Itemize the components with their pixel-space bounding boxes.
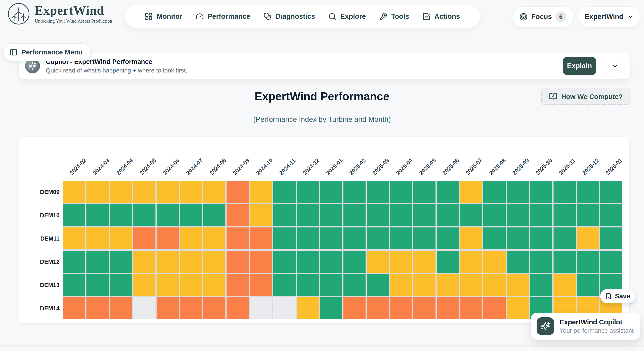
heatmap-cell-DEM14-2025-08[interactable] [483, 297, 506, 319]
heatmap-cell-DEM09-2024-03[interactable] [86, 181, 108, 203]
heatmap-cell-DEM14-2025-01[interactable] [320, 297, 342, 319]
heatmap-cell-DEM11-2024-12[interactable] [297, 227, 319, 249]
heatmap-cell-DEM12-2024-11[interactable] [273, 251, 295, 273]
heatmap-cell-DEM11-2024-10[interactable] [250, 227, 272, 249]
heatmap-cell-DEM09-2025-04[interactable] [390, 181, 412, 203]
heatmap-cell-DEM09-2025-01[interactable] [320, 181, 342, 203]
heatmap-cell-DEM13-2025-12[interactable] [577, 274, 599, 296]
heatmap-cell-DEM12-2025-08[interactable] [483, 251, 506, 273]
heatmap-cell-DEM13-2024-04[interactable] [110, 274, 132, 296]
heatmap-cell-DEM09-2025-05[interactable] [414, 181, 436, 203]
heatmap-cell-DEM10-2024-06[interactable] [156, 204, 179, 226]
heatmap-cell-DEM14-2025-07[interactable] [460, 297, 482, 319]
heatmap-cell-DEM11-2024-03[interactable] [86, 227, 108, 249]
nav-item-performance[interactable]: Performance [196, 13, 250, 21]
heatmap-cell-DEM11-2025-10[interactable] [530, 227, 552, 249]
heatmap-cell-DEM14-2024-08[interactable] [203, 297, 226, 319]
explain-button[interactable]: Explain [563, 57, 596, 75]
heatmap-cell-DEM10-2025-12[interactable] [577, 204, 599, 226]
heatmap-cell-DEM10-2024-09[interactable] [226, 204, 249, 226]
heatmap-cell-DEM12-2024-02[interactable] [63, 251, 85, 273]
heatmap-cell-DEM12-2024-12[interactable] [297, 251, 319, 273]
heatmap-cell-DEM11-2024-05[interactable] [133, 227, 155, 249]
heatmap-cell-DEM12-2025-03[interactable] [367, 251, 389, 273]
heatmap-cell-DEM14-2025-03[interactable] [367, 297, 389, 319]
heatmap-cell-DEM10-2024-02[interactable] [63, 204, 85, 226]
heatmap-cell-DEM10-2025-08[interactable] [483, 204, 506, 226]
heatmap-cell-DEM10-2026-01[interactable] [600, 204, 622, 226]
copilot-fab[interactable]: ExpertWind Copilot Your performance assi… [531, 313, 640, 340]
heatmap-cell-DEM09-2024-09[interactable] [226, 181, 249, 203]
heatmap-cell-DEM11-2025-12[interactable] [577, 227, 599, 249]
heatmap-cell-DEM13-2025-09[interactable] [507, 274, 529, 296]
heatmap-cell-DEM12-2025-10[interactable] [530, 251, 552, 273]
heatmap-cell-DEM09-2025-06[interactable] [437, 181, 459, 203]
heatmap-cell-DEM13-2025-11[interactable] [554, 274, 576, 296]
heatmap-cell-DEM13-2024-03[interactable] [86, 274, 108, 296]
heatmap-cell-DEM12-2024-05[interactable] [133, 251, 155, 273]
heatmap-cell-DEM13-2024-08[interactable] [203, 274, 226, 296]
heatmap-cell-DEM13-2024-05[interactable] [133, 274, 155, 296]
heatmap-cell-DEM11-2025-01[interactable] [320, 227, 342, 249]
heatmap-cell-DEM09-2025-08[interactable] [483, 181, 506, 203]
heatmap-cell-DEM13-2024-02[interactable] [63, 274, 85, 296]
heatmap-cell-DEM12-2025-11[interactable] [554, 251, 576, 273]
nav-item-monitor[interactable]: Monitor [145, 13, 182, 21]
heatmap-cell-DEM11-2026-01[interactable] [600, 227, 622, 249]
heatmap-cell-DEM10-2024-08[interactable] [203, 204, 226, 226]
heatmap-cell-DEM11-2025-04[interactable] [390, 227, 412, 249]
heatmap-cell-DEM10-2024-07[interactable] [180, 204, 202, 226]
heatmap-cell-DEM12-2026-01[interactable] [600, 251, 622, 273]
heatmap-cell-DEM13-2025-10[interactable] [530, 274, 552, 296]
heatmap-cell-DEM13-2025-04[interactable] [390, 274, 412, 296]
heatmap-cell-DEM10-2025-09[interactable] [507, 204, 529, 226]
heatmap-cell-DEM14-2024-07[interactable] [180, 297, 202, 319]
heatmap-cell-DEM11-2025-06[interactable] [437, 227, 459, 249]
heatmap-cell-DEM14-2024-05[interactable] [133, 297, 155, 319]
heatmap-cell-DEM09-2024-10[interactable] [250, 181, 272, 203]
heatmap-cell-DEM10-2024-03[interactable] [86, 204, 108, 226]
heatmap-cell-DEM09-2024-02[interactable] [63, 181, 85, 203]
heatmap-cell-DEM11-2025-09[interactable] [507, 227, 529, 249]
heatmap-cell-DEM13-2024-06[interactable] [156, 274, 179, 296]
heatmap-cell-DEM11-2024-11[interactable] [273, 227, 295, 249]
heatmap-cell-DEM09-2025-07[interactable] [460, 181, 482, 203]
heatmap-cell-DEM14-2024-02[interactable] [63, 297, 85, 319]
heatmap-cell-DEM10-2025-11[interactable] [554, 204, 576, 226]
heatmap-cell-DEM11-2024-07[interactable] [180, 227, 202, 249]
heatmap-cell-DEM09-2024-12[interactable] [297, 181, 319, 203]
heatmap-cell-DEM11-2025-07[interactable] [460, 227, 482, 249]
heatmap-cell-DEM14-2024-04[interactable] [110, 297, 132, 319]
heatmap-cell-DEM11-2025-03[interactable] [367, 227, 389, 249]
heatmap-cell-DEM11-2025-05[interactable] [414, 227, 436, 249]
heatmap-cell-DEM12-2025-12[interactable] [577, 251, 599, 273]
heatmap-cell-DEM12-2025-09[interactable] [507, 251, 529, 273]
heatmap-cell-DEM14-2025-06[interactable] [437, 297, 459, 319]
heatmap-cell-DEM09-2025-02[interactable] [344, 181, 366, 203]
heatmap-cell-DEM09-2025-11[interactable] [554, 181, 576, 203]
heatmap-cell-DEM09-2024-08[interactable] [203, 181, 226, 203]
heatmap-cell-DEM10-2024-04[interactable] [110, 204, 132, 226]
heatmap-cell-DEM09-2025-03[interactable] [367, 181, 389, 203]
heatmap-cell-DEM12-2025-06[interactable] [437, 251, 459, 273]
heatmap-cell-DEM09-2025-09[interactable] [507, 181, 529, 203]
heatmap-cell-DEM11-2025-08[interactable] [483, 227, 506, 249]
heatmap-cell-DEM14-2024-12[interactable] [297, 297, 319, 319]
heatmap-cell-DEM11-2024-09[interactable] [226, 227, 249, 249]
heatmap-cell-DEM14-2025-04[interactable] [390, 297, 412, 319]
heatmap-cell-DEM10-2025-02[interactable] [344, 204, 366, 226]
heatmap-cell-DEM10-2025-06[interactable] [437, 204, 459, 226]
heatmap-cell-DEM11-2025-11[interactable] [554, 227, 576, 249]
nav-item-diagnostics[interactable]: Diagnostics [264, 13, 315, 21]
heatmap-cell-DEM13-2025-03[interactable] [367, 274, 389, 296]
heatmap-cell-DEM12-2025-07[interactable] [460, 251, 482, 273]
nav-item-actions[interactable]: Actions [422, 13, 460, 21]
heatmap-cell-DEM12-2024-08[interactable] [203, 251, 226, 273]
nav-item-tools[interactable]: Tools [379, 13, 409, 21]
heatmap-cell-DEM12-2025-01[interactable] [320, 251, 342, 273]
heatmap-cell-DEM11-2024-08[interactable] [203, 227, 226, 249]
heatmap-cell-DEM12-2025-02[interactable] [344, 251, 366, 273]
heatmap-cell-DEM10-2025-03[interactable] [367, 204, 389, 226]
heatmap-cell-DEM12-2024-10[interactable] [250, 251, 272, 273]
heatmap-cell-DEM13-2025-06[interactable] [437, 274, 459, 296]
